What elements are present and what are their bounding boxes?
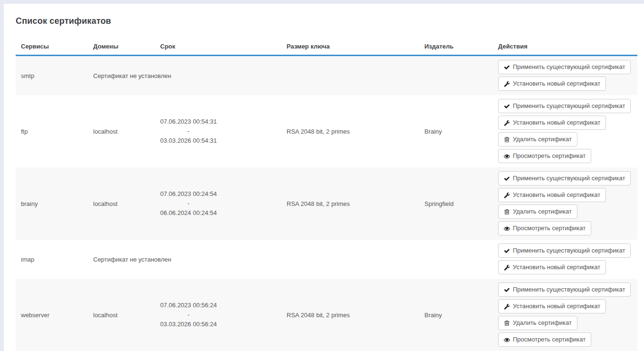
apply-existing-certificate-button[interactable]: Применить существующий сертификат bbox=[498, 283, 631, 297]
column-header-key-size: Размер ключа bbox=[281, 39, 419, 56]
page-title: Список сертификатов bbox=[16, 16, 637, 26]
eye-icon bbox=[504, 225, 510, 232]
view-certificate-button[interactable]: Просмотреть сертификат bbox=[498, 149, 591, 163]
term-cell: 07.06.2023 00:54:31-03.03.2026 00:54:31 bbox=[155, 95, 281, 167]
key-size-cell: RSA 2048 bit, 2 primes bbox=[281, 95, 419, 167]
table-row-brainy: brainylocalhost07.06.2023 00:24:54-06.06… bbox=[16, 167, 637, 240]
key-size-cell: RSA 2048 bit, 2 primes bbox=[281, 279, 419, 351]
apply-existing-certificate-button[interactable]: Применить существующий сертификат bbox=[498, 244, 631, 258]
view-certificate-button[interactable]: Просмотреть сертификат bbox=[498, 332, 591, 347]
eye-icon bbox=[504, 337, 510, 343]
action-button-label: Применить существующий сертификат bbox=[513, 175, 625, 182]
apply-existing-certificate-button[interactable]: Применить существующий сертификат bbox=[498, 60, 631, 74]
actions-cell: Применить существующий сертификатУстанов… bbox=[493, 167, 637, 240]
actions-cell: Применить существующий сертификатУстанов… bbox=[493, 279, 637, 351]
column-header-issuer: Издатель bbox=[419, 39, 493, 56]
issuer-cell: Springfield bbox=[419, 167, 493, 240]
view-certificate-button[interactable]: Просмотреть сертификат bbox=[498, 221, 591, 235]
action-button-label: Применить существующий сертификат bbox=[513, 63, 625, 71]
check-icon bbox=[504, 248, 510, 254]
action-button-label: Применить существующий сертификат bbox=[513, 102, 625, 110]
certificates-panel: Список сертификатов СервисыДоменыСрокРаз… bbox=[4, 4, 644, 351]
trash-icon bbox=[504, 320, 510, 326]
install-new-certificate-button[interactable]: Установить новый сертификат bbox=[498, 116, 606, 130]
certificate-validity-period: 07.06.2023 00:24:54-06.06.2024 00:24:54 bbox=[160, 189, 217, 218]
action-button-label: Применить существующий сертификат bbox=[513, 286, 625, 293]
check-icon bbox=[504, 176, 510, 182]
service-cell: webserver bbox=[16, 279, 88, 351]
column-header-service: Сервисы bbox=[16, 39, 88, 56]
certificate-not-installed-message: Сертификат не установлен bbox=[88, 56, 281, 96]
action-button-label: Установить новый сертификат bbox=[513, 263, 600, 271]
wrench-icon bbox=[504, 303, 510, 310]
action-button-label: Удалить сертификат bbox=[513, 136, 572, 143]
issuer-cell: Brainy bbox=[419, 279, 493, 351]
apply-existing-certificate-button[interactable]: Применить существующий сертификат bbox=[498, 99, 631, 113]
domains-cell: localhost bbox=[88, 95, 155, 167]
delete-certificate-button[interactable]: Удалить сертификат bbox=[498, 316, 577, 330]
issuer-cell bbox=[419, 240, 493, 279]
check-icon bbox=[504, 287, 510, 293]
issuer-cell bbox=[419, 56, 493, 96]
term-cell: 07.06.2023 00:24:54-06.06.2024 00:24:54 bbox=[155, 167, 281, 240]
certificates-table: СервисыДоменыСрокРазмер ключаИздательДей… bbox=[16, 39, 637, 351]
table-row-imap: imapСертификат не установленПрименить су… bbox=[16, 240, 637, 279]
service-cell: imap bbox=[16, 240, 88, 279]
install-new-certificate-button[interactable]: Установить новый сертификат bbox=[498, 77, 606, 91]
trash-icon bbox=[504, 209, 510, 215]
action-button-label: Удалить сертификат bbox=[513, 319, 572, 327]
table-row-webserver: webserverlocalhost07.06.2023 00:56:24-03… bbox=[16, 279, 637, 351]
table-header-row: СервисыДоменыСрокРазмер ключаИздательДей… bbox=[16, 39, 637, 56]
apply-existing-certificate-button[interactable]: Применить существующий сертификат bbox=[498, 171, 631, 185]
action-button-label: Установить новый сертификат bbox=[513, 191, 600, 199]
issuer-cell: Brainy bbox=[419, 95, 493, 167]
actions-cell: Применить существующий сертификатУстанов… bbox=[493, 240, 637, 279]
actions-cell: Применить существующий сертификатУстанов… bbox=[493, 95, 637, 167]
term-cell: 07.06.2023 00:56:24-03.03.2026 00:56:24 bbox=[155, 279, 281, 351]
wrench-icon bbox=[504, 81, 510, 87]
wrench-icon bbox=[504, 264, 510, 271]
action-button-label: Установить новый сертификат bbox=[513, 302, 600, 310]
service-cell: ftp bbox=[16, 95, 88, 167]
install-new-certificate-button[interactable]: Установить новый сертификат bbox=[498, 260, 606, 274]
trash-icon bbox=[504, 136, 510, 143]
action-button-label: Применить существующий сертификат bbox=[513, 247, 625, 254]
service-cell: brainy bbox=[16, 167, 88, 240]
column-header-term: Срок bbox=[155, 39, 281, 56]
service-cell: smtp bbox=[16, 56, 88, 96]
key-size-cell: RSA 2048 bit, 2 primes bbox=[281, 167, 419, 240]
key-size-cell bbox=[281, 56, 419, 96]
action-button-label: Просмотреть сертификат bbox=[513, 152, 586, 160]
check-icon bbox=[504, 103, 510, 109]
install-new-certificate-button[interactable]: Установить новый сертификат bbox=[498, 188, 606, 202]
action-button-label: Установить новый сертификат bbox=[513, 80, 600, 88]
install-new-certificate-button[interactable]: Установить новый сертификат bbox=[498, 299, 606, 313]
wrench-icon bbox=[504, 120, 510, 126]
wrench-icon bbox=[504, 192, 510, 198]
action-button-label: Удалить сертификат bbox=[513, 208, 572, 215]
eye-icon bbox=[504, 153, 510, 159]
delete-certificate-button[interactable]: Удалить сертификат bbox=[498, 132, 577, 146]
delete-certificate-button[interactable]: Удалить сертификат bbox=[498, 205, 577, 219]
check-icon bbox=[504, 64, 510, 70]
key-size-cell bbox=[281, 240, 419, 279]
column-header-domains: Домены bbox=[88, 39, 155, 56]
action-button-label: Установить новый сертификат bbox=[513, 119, 600, 127]
domains-cell: localhost bbox=[88, 279, 155, 351]
domains-cell: localhost bbox=[88, 167, 155, 240]
table-row-smtp: smtpСертификат не установленПрименить су… bbox=[16, 56, 637, 96]
certificate-validity-period: 07.06.2023 00:56:24-03.03.2026 00:56:24 bbox=[160, 301, 217, 329]
certificate-validity-period: 07.06.2023 00:54:31-03.03.2026 00:54:31 bbox=[160, 117, 217, 146]
certificate-not-installed-message: Сертификат не установлен bbox=[88, 240, 281, 279]
column-header-actions: Действия bbox=[493, 39, 637, 56]
table-row-ftp: ftplocalhost07.06.2023 00:54:31-03.03.20… bbox=[16, 95, 637, 167]
action-button-label: Просмотреть сертификат bbox=[513, 224, 586, 232]
actions-cell: Применить существующий сертификатУстанов… bbox=[493, 56, 637, 96]
action-button-label: Просмотреть сертификат bbox=[513, 336, 586, 343]
